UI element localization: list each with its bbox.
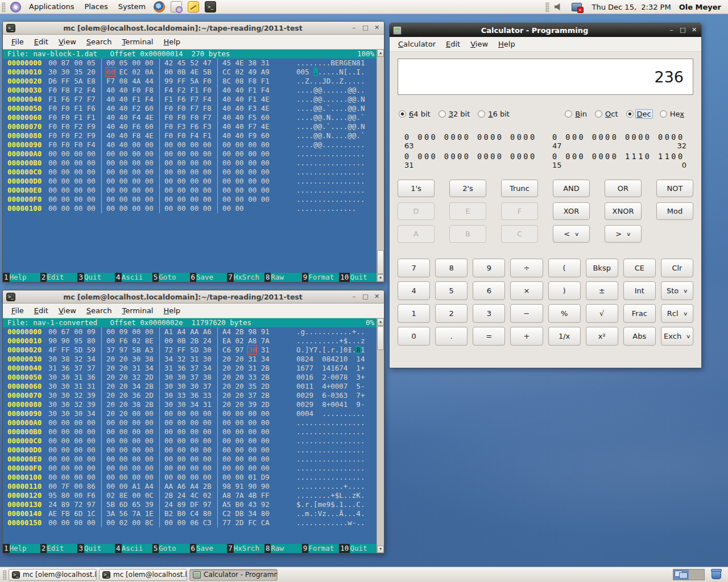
button-or[interactable]: OR: [605, 180, 642, 197]
workspace-1[interactable]: [673, 569, 689, 580]
terminal-screen[interactable]: File: nav-block-1.dat Offset 0x00000014 …: [3, 49, 384, 282]
fkey-5-goto[interactable]: 5Goto: [152, 544, 190, 553]
button-blank[interactable]: +: [510, 327, 543, 346]
menu-edit[interactable]: Edit: [441, 38, 465, 51]
user-menu[interactable]: Ole Meyer: [679, 3, 721, 11]
button-x[interactable]: x²: [586, 327, 618, 346]
calculator-titlebar[interactable]: Calculator - Programming – □ ✕: [390, 23, 701, 37]
menu-file[interactable]: File: [6, 35, 29, 49]
scrollbar[interactable]: ▲ ▼: [377, 318, 384, 553]
button-exch[interactable]: Exch∨: [661, 327, 693, 346]
button-blank[interactable]: ): [548, 281, 581, 300]
button-rcl[interactable]: Rcl∨: [661, 304, 693, 323]
fkey-4-ascii[interactable]: 4Ascii: [115, 544, 152, 553]
menu-search[interactable]: Search: [81, 304, 117, 318]
button-5[interactable]: 5: [435, 281, 468, 300]
trash-icon[interactable]: [712, 570, 721, 579]
button-3[interactable]: 3: [473, 304, 505, 323]
button-and[interactable]: AND: [553, 180, 590, 197]
menu-help[interactable]: Help: [158, 304, 185, 318]
clock[interactable]: Thu Dec 15, 2:32 PM: [592, 3, 671, 11]
fkey-3-quit[interactable]: 3Quit: [77, 544, 115, 553]
taskbar-drag-handle[interactable]: [3, 570, 7, 580]
button-abs[interactable]: Abs: [623, 327, 656, 346]
button-mod[interactable]: Mod: [656, 202, 693, 220]
radio-bin[interactable]: Bin: [565, 110, 593, 118]
calculator-display[interactable]: 236: [398, 59, 693, 95]
button-bksp[interactable]: Bksp: [586, 259, 618, 277]
bits-value[interactable]: 0 000 0000 0000 0000: [404, 152, 539, 161]
button-0[interactable]: 0: [398, 327, 430, 346]
radio-hex[interactable]: Hex: [660, 110, 690, 118]
distro-logo-icon[interactable]: [10, 2, 21, 13]
button-clr[interactable]: Clr: [661, 259, 693, 277]
taskbar-item-mc-olem-localhost-l[interactable]: >_mc [olem@localhost.l...: [9, 569, 97, 581]
menu-terminal[interactable]: Terminal: [117, 304, 159, 318]
button-2[interactable]: 2: [435, 304, 468, 323]
fkey-4-ascii[interactable]: 4Ascii: [115, 273, 152, 282]
fkey-9-format[interactable]: 9Format: [302, 273, 340, 282]
fkey-8-raw[interactable]: 8Raw: [264, 273, 302, 282]
fkey-5-goto[interactable]: 5Goto: [152, 273, 190, 282]
fkey-2-edit[interactable]: 2Edit: [40, 544, 78, 553]
fkey-8-raw[interactable]: 8Raw: [264, 544, 302, 553]
panel-drag-handle[interactable]: [2, 2, 6, 12]
mc-window-2-titlebar[interactable]: >_ mc [olem@localhost.localdomain]:~/tap…: [3, 290, 384, 304]
workspace-switcher[interactable]: [673, 569, 705, 580]
button-blank[interactable]: √: [586, 304, 618, 323]
taskbar-item-calculator-programm[interactable]: Calculator - Programm...: [189, 569, 278, 581]
menu-applications[interactable]: Applications: [24, 0, 79, 14]
taskbar-item-mc-olem-localhost-l[interactable]: >_mc [olem@localhost.l...: [99, 569, 187, 581]
menu-terminal[interactable]: Terminal: [117, 35, 159, 49]
button-8[interactable]: 8: [435, 259, 468, 277]
button-blank[interactable]: −: [510, 304, 543, 323]
workspace-2[interactable]: [689, 569, 704, 580]
volume-icon[interactable]: [555, 3, 564, 11]
bits-value[interactable]: 0 000 0000 0000 0000: [552, 132, 686, 142]
button-blank[interactable]: =: [473, 327, 505, 346]
button-blank[interactable]: %: [548, 304, 581, 323]
menu-places[interactable]: Places: [79, 0, 113, 14]
button-blank[interactable]: (: [548, 259, 581, 277]
maximize-button[interactable]: □: [679, 26, 686, 34]
close-button[interactable]: ✕: [373, 293, 380, 301]
button-sto[interactable]: Sto∨: [661, 281, 693, 300]
scrollbar-thumb[interactable]: [377, 326, 384, 350]
maximize-button[interactable]: □: [362, 24, 369, 32]
minimize-button[interactable]: –: [668, 26, 675, 34]
fkey-10-quit[interactable]: 10Quit: [339, 544, 377, 553]
menu-view[interactable]: View: [53, 35, 81, 49]
mc-window-1-titlebar[interactable]: >_ mc [olem@localhost.localdomain]:~/tap…: [3, 22, 384, 35]
fkey-9-format[interactable]: 9Format: [302, 544, 340, 553]
button-not[interactable]: NOT: [656, 180, 693, 197]
menu-calculator[interactable]: Calculator: [393, 38, 441, 51]
button-xor[interactable]: XOR: [553, 202, 590, 220]
button-blank[interactable]: ×: [510, 281, 543, 300]
fkey-1-help[interactable]: 1Help: [3, 544, 40, 553]
button-blank[interactable]: .: [435, 327, 468, 346]
email-launcher-icon[interactable]: [171, 1, 182, 13]
button-6[interactable]: 6: [473, 281, 505, 300]
menu-help[interactable]: Help: [158, 35, 185, 49]
scroll-up-button[interactable]: ▲: [377, 318, 384, 326]
minimize-button[interactable]: –: [350, 293, 358, 301]
button-1-x[interactable]: 1/x: [548, 327, 581, 346]
button-blank[interactable]: <∨: [553, 225, 590, 243]
fkey-2-edit[interactable]: 2Edit: [40, 273, 78, 282]
close-button[interactable]: ✕: [373, 24, 380, 32]
button-blank[interactable]: ÷: [510, 259, 543, 277]
scrollbar[interactable]: ▲ ▼: [377, 49, 384, 282]
network-status-icon[interactable]: [572, 3, 582, 11]
button-7[interactable]: 7: [398, 259, 430, 277]
fkey-6-save[interactable]: 6Save: [190, 273, 228, 282]
button-ce[interactable]: CE: [623, 259, 656, 277]
scroll-down-button[interactable]: ▼: [377, 275, 384, 282]
radio-32-bit[interactable]: 32 bit: [439, 110, 476, 118]
tray-drag-handle[interactable]: [545, 2, 549, 12]
fkey-7-hxsrch[interactable]: 7HxSrch: [227, 273, 264, 282]
menu-search[interactable]: Search: [81, 35, 117, 49]
terminal-screen[interactable]: File: nav-1-converted Offset 0x0000002e …: [3, 318, 384, 553]
button-frac[interactable]: Frac: [623, 304, 656, 323]
radio-oct[interactable]: Oct: [595, 110, 623, 118]
button-2-s[interactable]: 2's: [449, 180, 486, 197]
